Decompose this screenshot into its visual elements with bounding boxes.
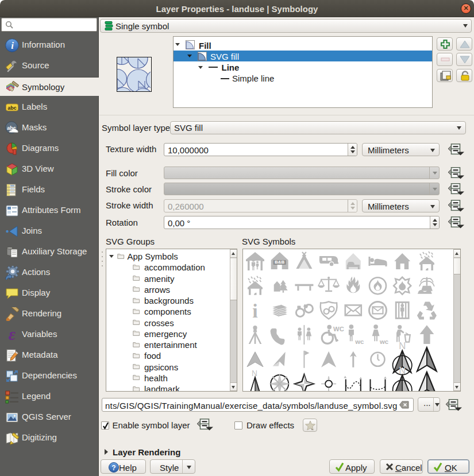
svg-text:wc: wc — [354, 338, 364, 345]
svg-text:N: N — [252, 369, 257, 378]
svg-text:abc: abc — [7, 105, 17, 111]
svg-text:WC: WC — [333, 326, 344, 332]
svg-text:B&B: B&B — [275, 260, 285, 265]
svg-text:i: i — [11, 40, 14, 51]
svg-text:i: i — [252, 300, 257, 322]
svg-text:wc: wc — [379, 338, 388, 345]
svg-text:?: ? — [111, 463, 115, 471]
svg-text:ε: ε — [9, 328, 16, 342]
